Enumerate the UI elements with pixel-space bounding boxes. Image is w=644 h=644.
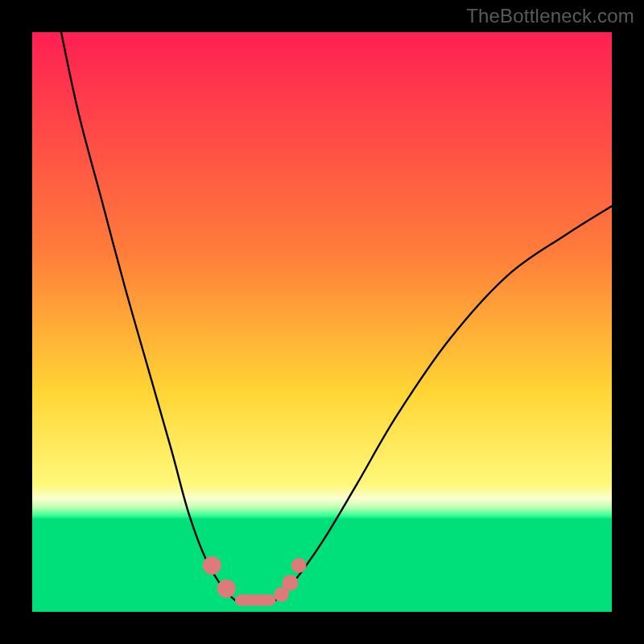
bottleneck-curve-left [61, 32, 235, 601]
valley-floor-bar [235, 595, 275, 606]
bottleneck-curve-svg [32, 32, 612, 612]
watermark-text: TheBottleneck.com [466, 5, 634, 27]
bottleneck-curve-right [275, 206, 612, 601]
chart-plot-area [32, 32, 612, 612]
marker-dot [217, 580, 236, 598]
chart-frame: TheBottleneck.com [0, 0, 644, 644]
marker-dot [282, 575, 298, 591]
marker-dot [203, 556, 221, 575]
marker-dot [291, 558, 307, 573]
